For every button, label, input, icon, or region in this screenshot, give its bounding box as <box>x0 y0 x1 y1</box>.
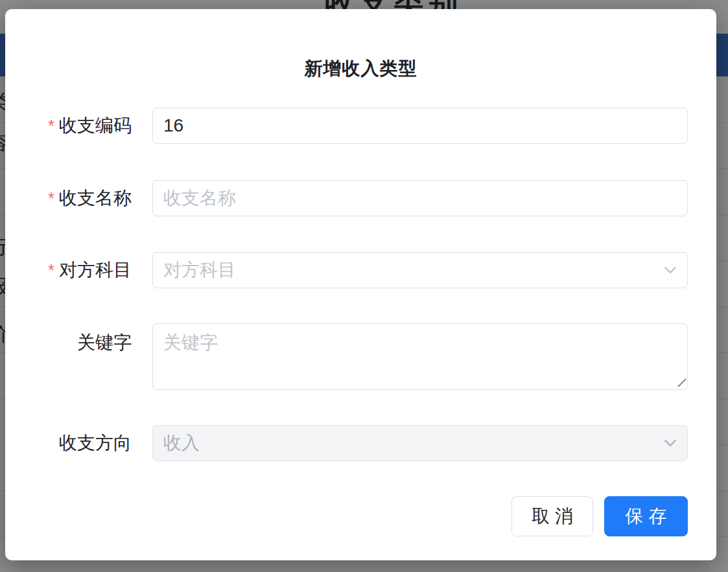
name-field <box>152 180 688 216</box>
field-row-counterpart-subject: * 对方科目 对方科目 <box>38 252 688 288</box>
required-asterisk: * <box>48 261 54 279</box>
required-asterisk: * <box>48 117 54 135</box>
direction-value: 收入 <box>163 431 200 455</box>
counterpart-subject-label-text: 对方科目 <box>59 258 132 282</box>
field-row-keyword: 关键字 <box>38 323 688 390</box>
keyword-label: 关键字 <box>38 323 132 355</box>
code-input[interactable] <box>152 108 688 144</box>
save-button[interactable]: 保 存 <box>604 496 688 536</box>
keyword-label-text: 关键字 <box>77 330 132 355</box>
code-label: * 收支编码 <box>38 113 132 138</box>
code-field <box>152 108 688 144</box>
name-input[interactable] <box>152 180 688 216</box>
dialog-footer: 取 消 保 存 <box>511 496 688 536</box>
direction-label: 收支方向 <box>38 431 132 455</box>
direction-field: 收入 <box>152 425 688 461</box>
counterpart-subject-label: * 对方科目 <box>38 258 132 282</box>
required-asterisk: * <box>48 189 54 207</box>
field-row-direction: 收支方向 收入 <box>38 425 688 461</box>
keyword-textarea[interactable] <box>152 323 688 390</box>
screen: 收支类别 类 容 行 报 价 新增收入类型 * 收支编码 * 收支名称 <box>0 0 728 572</box>
counterpart-subject-field: 对方科目 <box>152 252 688 288</box>
name-label-text: 收支名称 <box>59 186 132 211</box>
counterpart-subject-select[interactable]: 对方科目 <box>152 252 688 288</box>
field-row-code: * 收支编码 <box>38 108 688 144</box>
field-row-name: * 收支名称 <box>38 180 688 216</box>
dialog-title: 新增收入类型 <box>5 58 716 79</box>
direction-label-text: 收支方向 <box>59 431 132 455</box>
name-label: * 收支名称 <box>38 186 132 211</box>
cancel-button[interactable]: 取 消 <box>511 496 593 536</box>
counterpart-subject-placeholder: 对方科目 <box>163 258 236 282</box>
direction-select-disabled: 收入 <box>152 425 688 461</box>
code-label-text: 收支编码 <box>59 113 132 138</box>
add-income-type-dialog: 新增收入类型 * 收支编码 * 收支名称 * 对方科目 <box>5 9 716 560</box>
keyword-field <box>152 323 688 390</box>
